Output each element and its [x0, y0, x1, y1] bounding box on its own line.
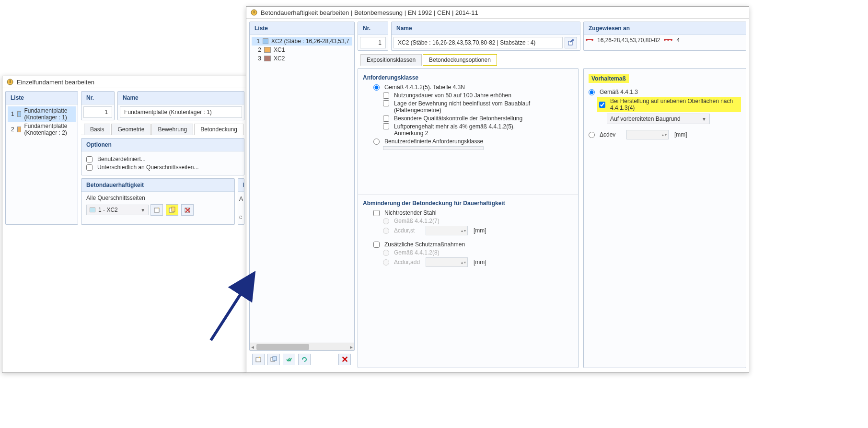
chk-herstellung[interactable]: [599, 102, 605, 108]
assigned-sets: 4: [676, 37, 680, 44]
tab-betondeckung[interactable]: Betondeckung: [194, 124, 243, 135]
dcdev-label: Δcdev: [600, 131, 624, 138]
liste-item[interactable]: 1 Fundamentplatte (Knotenlager : 1): [8, 106, 76, 122]
spinner-buttons: ▴▾: [460, 229, 467, 233]
side-title: M: [238, 179, 244, 192]
list-index: 1: [255, 38, 260, 45]
panel-nr: Nr. 1: [358, 22, 388, 51]
chk-nichtrostender[interactable]: [373, 210, 380, 216]
liste-item[interactable]: 1 XC2 (Stäbe : 16,26-28,43,53,70,80-82: [252, 37, 352, 46]
window-title: Betondauerhaftigkeit bearbeiten | Betonb…: [261, 9, 478, 16]
chk-unterschiedlich[interactable]: [86, 164, 93, 171]
chevron-down-icon: ▼: [140, 208, 145, 213]
panel-name: Name XC2 (Stäbe : 16,26-28,43,53,70,80-8…: [391, 22, 580, 51]
tool-check[interactable]: [283, 354, 295, 365]
nr-label: Nr.: [358, 22, 388, 35]
name-input[interactable]: Fundamentplatte (Knotenlager : 1): [120, 106, 242, 118]
dcst-label: Δcdur,st: [394, 227, 423, 234]
spinner-buttons: ▴▾: [660, 133, 668, 137]
tool-refresh[interactable]: [298, 354, 311, 365]
svg-rect-11: [256, 358, 261, 362]
unit-mm: [mm]: [674, 131, 687, 138]
tab-bewehrung[interactable]: Bewehrung: [151, 124, 193, 135]
radio-dcadd: [383, 259, 389, 266]
set-icon: [664, 37, 672, 44]
nr-input[interactable]: 1: [360, 37, 386, 48]
list-label: XC2 (Stäbe : 16,26-28,43,53,70,80-82: [271, 38, 349, 45]
delete-button[interactable]: [181, 204, 194, 216]
svg-point-20: [591, 39, 593, 41]
tool-new[interactable]: [252, 354, 265, 365]
h-scrollbar[interactable]: ◂ ▸: [250, 343, 354, 350]
spinner-buttons: ▴▾: [460, 260, 467, 265]
radio-gem7: [383, 218, 389, 224]
chk-schutz-label: Zusätzliche Schutzmaßnahmen: [384, 241, 465, 248]
chk-lage[interactable]: [383, 100, 389, 106]
chevron-down-icon: ▼: [702, 116, 706, 122]
side-c: c: [239, 214, 243, 220]
list-label: XC2: [274, 55, 285, 62]
window-einzelfundament: Einzelfundament bearbeiten Liste 1 Funda…: [2, 76, 246, 373]
chk-luftporen[interactable]: [383, 123, 389, 129]
radio-anf-tabelle[interactable]: [373, 84, 380, 91]
close-button[interactable]: ✕: [338, 354, 351, 365]
member-icon: [586, 37, 593, 44]
svg-point-19: [586, 39, 588, 41]
radio-vorh-gem[interactable]: [589, 89, 595, 95]
chk-nutzungsdauer[interactable]: [383, 93, 389, 99]
radio-vorh-gem-label: Gemäß 4.4.1.3: [600, 89, 638, 95]
dura-select[interactable]: 1 - XC2 ▼: [86, 205, 149, 215]
chk-herstellung-label: Bei Herstellung auf unebenen Oberflächen…: [610, 98, 739, 111]
radio-anf-benutzer[interactable]: [373, 139, 380, 145]
svg-point-24: [671, 39, 672, 41]
liste-item[interactable]: 2 Fundamentplatte (Knotenlager : 2): [8, 122, 76, 137]
radio-anf-tabelle-label: Gemäß 4.4.1.2(5). Tabelle 4.3N: [384, 84, 465, 91]
panel-liste: Liste 1 XC2 (Stäbe : 16,26-28,43,53,70,8…: [249, 22, 355, 351]
nr-input[interactable]: 1: [83, 106, 112, 118]
dura-select-value: 1 - XC2: [98, 207, 118, 213]
new-button[interactable]: [150, 204, 163, 216]
list-index: 2: [255, 46, 261, 53]
color-swatch: [263, 38, 268, 44]
dcadd-input: ▴▾: [426, 257, 468, 267]
panel-betondauerhaftigkeit: Betondauerhaftigkeit Alle Querschnittsse…: [81, 178, 235, 225]
panel-name: Name Fundamentplatte (Knotenlager : 1): [117, 91, 244, 120]
liste-item[interactable]: 3 XC2: [252, 54, 352, 63]
tab-betondeckungsoptionen[interactable]: Betondeckungsoptionen: [423, 54, 497, 66]
list-index: 2: [11, 126, 14, 133]
dcdev-input: ▴▾: [626, 130, 669, 139]
list-label: Fundamentplatte (Knotenlager : 2): [24, 123, 73, 136]
tab-expositionsklassen[interactable]: Expositionsklassen: [360, 54, 422, 66]
radio-gem8-label: Gemäß 4.4.1.2(8): [394, 249, 440, 256]
edit-name-button[interactable]: [565, 37, 577, 48]
chk-schutz[interactable]: [373, 242, 380, 248]
list-index: 1: [11, 111, 14, 117]
optionen-title: Optionen: [81, 139, 244, 151]
baugrund-select[interactable]: Auf vorbereiteten Baugrund ▼: [607, 114, 710, 124]
svg-rect-10: [254, 11, 255, 13]
color-swatch: [90, 208, 95, 212]
radio-gem7-label: Gemäß 4.4.1.2(7): [394, 218, 440, 224]
tool-copy[interactable]: [267, 354, 280, 365]
bottom-toolbar: ✕: [249, 351, 355, 368]
zugewiesen-label: Zugewiesen an: [584, 22, 746, 35]
tabbar: Basis Geometrie Bewehrung Betondeckung: [81, 123, 244, 135]
liste-item[interactable]: 2 XC1: [252, 46, 352, 54]
panel-liste: Liste 1 Fundamentplatte (Knotenlager : 1…: [5, 91, 78, 225]
radio-vorh-dcdev[interactable]: [589, 132, 595, 138]
chk-qualitaet[interactable]: [383, 116, 389, 122]
edit-button[interactable]: [166, 204, 178, 216]
tab-geometrie[interactable]: Geometrie: [111, 124, 150, 135]
group-vorhaltemass: Vorhaltemaß: [589, 74, 629, 83]
chk-qualitaet-label: Besondere Qualitätskontrolle der Betonhe…: [394, 115, 522, 122]
dcadd-label: Δcdur,add: [394, 259, 423, 266]
name-input[interactable]: XC2 (Stäbe : 16,26-28,43,53,70,80-82 | S…: [393, 37, 563, 48]
color-swatch: [17, 127, 22, 132]
panel-nr: Nr. 1: [81, 91, 115, 120]
chk-benutzerdefiniert[interactable]: [86, 156, 93, 162]
chk-nutzungsdauer-label: Nutzungsdauer von 50 auf 100 Jahre erhöh…: [394, 92, 511, 99]
tab-basis[interactable]: Basis: [84, 124, 110, 135]
unit-mm: [mm]: [474, 259, 486, 266]
titlebar: Einzelfundament bearbeiten: [2, 76, 246, 88]
panel-liste-title: Liste: [6, 92, 78, 104]
